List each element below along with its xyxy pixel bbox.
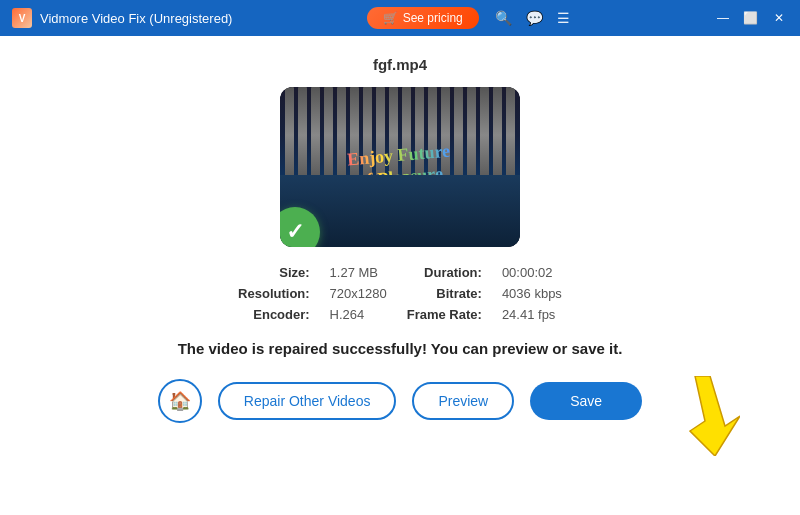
bitrate-label: Bitrate: xyxy=(407,286,482,301)
buttons-row: 🏠 Repair Other Videos Preview Save xyxy=(158,379,642,423)
menu-icon[interactable]: ☰ xyxy=(557,10,570,26)
encoder-label: Encoder: xyxy=(238,307,310,322)
search-icon[interactable]: 🔍 xyxy=(495,10,512,26)
message-icon[interactable]: 💬 xyxy=(526,10,543,26)
svg-marker-0 xyxy=(690,376,740,456)
window-controls: — ⬜ ✕ xyxy=(714,11,788,25)
duration-label: Duration: xyxy=(407,265,482,280)
title-bar-left: V Vidmore Video Fix (Unregistered) xyxy=(12,8,232,28)
app-title: Vidmore Video Fix (Unregistered) xyxy=(40,11,232,26)
success-message: The video is repaired successfully! You … xyxy=(178,340,623,357)
see-pricing-button[interactable]: 🛒 See pricing xyxy=(367,7,479,29)
main-content: fgf.mp4 Enjoy Futureof Pleasure ✓ Size: … xyxy=(0,36,800,515)
home-button[interactable]: 🏠 xyxy=(158,379,202,423)
cart-icon: 🛒 xyxy=(383,11,398,25)
repair-other-button[interactable]: Repair Other Videos xyxy=(218,382,397,420)
home-icon: 🏠 xyxy=(169,390,191,412)
duration-value: 00:00:02 xyxy=(502,265,562,280)
maximize-button[interactable]: ⬜ xyxy=(742,11,760,25)
file-name: fgf.mp4 xyxy=(373,56,427,73)
close-button[interactable]: ✕ xyxy=(770,11,788,25)
title-bar-center: 🛒 See pricing 🔍 💬 ☰ xyxy=(367,7,570,29)
bitrate-value: 4036 kbps xyxy=(502,286,562,301)
minimize-button[interactable]: — xyxy=(714,11,732,25)
app-logo: V xyxy=(12,8,32,28)
resolution-label: Resolution: xyxy=(238,286,310,301)
file-info: Size: 1.27 MB Duration: 00:00:02 Resolut… xyxy=(238,265,562,322)
size-value: 1.27 MB xyxy=(330,265,387,280)
save-button[interactable]: Save xyxy=(530,382,642,420)
frame-rate-value: 24.41 fps xyxy=(502,307,562,322)
encoder-value: H.264 xyxy=(330,307,387,322)
size-label: Size: xyxy=(238,265,310,280)
arrow-annotation xyxy=(640,376,740,460)
resolution-value: 720x1280 xyxy=(330,286,387,301)
title-bar-icons: 🔍 💬 ☰ xyxy=(495,10,570,26)
see-pricing-label: See pricing xyxy=(403,11,463,25)
preview-button[interactable]: Preview xyxy=(412,382,514,420)
video-thumbnail-container: Enjoy Futureof Pleasure ✓ xyxy=(280,87,520,247)
title-bar: V Vidmore Video Fix (Unregistered) 🛒 See… xyxy=(0,0,800,36)
frame-rate-label: Frame Rate: xyxy=(407,307,482,322)
